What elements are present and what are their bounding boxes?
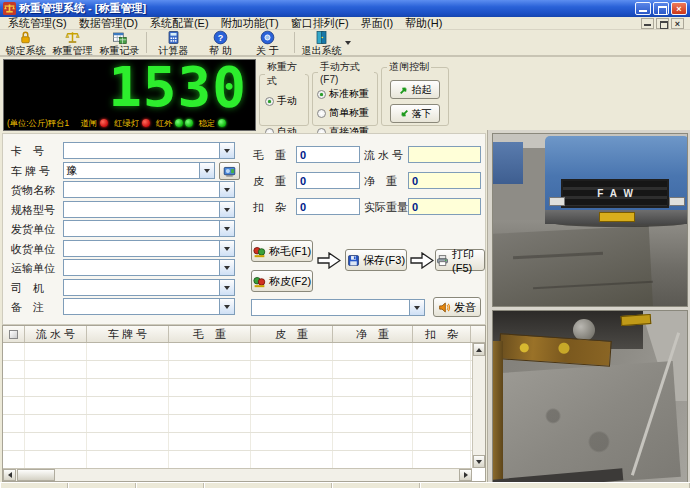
transporter-combobox[interactable]	[63, 259, 235, 276]
menu-item[interactable]: 系统管理(S)	[2, 17, 73, 30]
mdi-close-button[interactable]	[671, 18, 684, 29]
table-cell	[333, 361, 413, 378]
dropdown-arrow-icon[interactable]	[219, 241, 234, 256]
dropdown-arrow-icon[interactable]	[219, 202, 234, 217]
menu-item[interactable]: 附加功能(T)	[215, 17, 285, 30]
menu-item[interactable]: 系统配置(E)	[144, 17, 215, 30]
table-row[interactable]	[3, 433, 472, 451]
voice-button[interactable]: 发音	[433, 297, 481, 317]
dropdown-arrow-icon[interactable]	[219, 280, 234, 295]
toolbar-dropdown-arrow-icon[interactable]	[345, 30, 355, 55]
menu-item[interactable]: 数据管理(D)	[73, 17, 144, 30]
scrollbar-thumb[interactable]	[17, 469, 55, 481]
toolbar-button[interactable]: 关 于	[244, 30, 291, 55]
calculator-icon	[166, 30, 181, 45]
dropdown-arrow-icon[interactable]	[219, 299, 234, 314]
scroll-right-button[interactable]	[459, 469, 472, 481]
toolbar-button-label: 称重管理	[53, 45, 93, 56]
toolbar-button[interactable]: 称重记录	[96, 30, 143, 55]
voice-combobox[interactable]	[251, 299, 425, 316]
plate-capture-button[interactable]	[219, 162, 240, 180]
label-net-weight: 净 重	[364, 174, 397, 189]
plate-capture-icon	[223, 165, 236, 178]
driver-combobox[interactable]	[63, 279, 235, 296]
tare-weight-field[interactable]: 0	[296, 172, 360, 189]
column-header[interactable]: 车 牌 号	[87, 326, 169, 342]
toolbar-button[interactable]: ? 帮 助	[197, 30, 244, 55]
serial-no-field	[408, 146, 481, 163]
table-cell	[413, 433, 471, 450]
receiver-combobox[interactable]	[63, 240, 235, 257]
table-cell	[169, 343, 251, 360]
weigh-tare-button[interactable]: 称皮(F2)	[251, 270, 313, 292]
dropdown-arrow-icon[interactable]	[219, 143, 234, 158]
scroll-down-button[interactable]	[473, 455, 485, 468]
menu-item[interactable]: 窗口排列(F)	[285, 17, 355, 30]
toolbar-button[interactable]: 称重管理	[49, 30, 96, 55]
radio-option[interactable]: 简单称重	[317, 106, 374, 120]
horizontal-scrollbar[interactable]	[3, 468, 472, 481]
spec-model-combobox[interactable]	[63, 201, 235, 218]
table-cell	[333, 379, 413, 396]
radio-option[interactable]: 标准称重	[317, 87, 374, 101]
column-header[interactable]: 扣 杂	[413, 326, 471, 342]
column-header[interactable]: 毛 重	[169, 326, 251, 342]
toolbar: 锁定系统 称重管理 称重记录 计算器 ? 帮 助 关 于 退出系统	[0, 30, 690, 57]
table-row[interactable]	[3, 379, 472, 397]
weigh-gross-button[interactable]: 称毛(F1)	[251, 240, 313, 262]
table-cell	[25, 361, 87, 378]
table-cell	[169, 451, 251, 468]
vertical-scrollbar[interactable]	[472, 343, 485, 468]
column-header[interactable]: 净 重	[333, 326, 413, 342]
table-row[interactable]	[3, 397, 472, 415]
truck-cab: FAW	[545, 136, 688, 224]
row-selector-header[interactable]	[3, 326, 25, 342]
toolbar-button[interactable]: 锁定系统	[2, 30, 49, 55]
restore-button[interactable]	[653, 2, 669, 15]
table-cell	[87, 379, 169, 396]
scroll-up-button[interactable]	[473, 343, 485, 356]
print-button[interactable]: 打印(F5)	[435, 249, 485, 271]
toolbar-button[interactable]: 计算器	[150, 30, 197, 55]
toolbar-separator	[146, 32, 147, 53]
field-label-receiver: 收货单位	[11, 242, 63, 257]
radio-option[interactable]: 手动	[265, 94, 305, 108]
radio-label: 手动	[277, 94, 297, 108]
shipper-combobox[interactable]	[63, 220, 235, 237]
dropdown-arrow-icon[interactable]	[199, 163, 214, 178]
goods-name-combobox[interactable]	[63, 181, 235, 198]
gross-weight-field[interactable]: 0	[296, 146, 360, 163]
toolbar-button-label: 关 于	[256, 45, 279, 56]
dropdown-arrow-icon[interactable]	[219, 182, 234, 197]
toolbar-button-label: 锁定系统	[6, 45, 46, 56]
dropdown-arrow-icon[interactable]	[409, 300, 424, 315]
combo-value	[64, 143, 219, 158]
dropdown-arrow-icon[interactable]	[219, 221, 234, 236]
license-plate	[599, 212, 635, 222]
status-indicator: 红绿灯	[113, 117, 150, 130]
dropdown-arrow-icon[interactable]	[219, 260, 234, 275]
card-no-combobox[interactable]	[63, 142, 235, 159]
menu-item[interactable]: 界面(I)	[355, 17, 399, 30]
remarks-combobox[interactable]	[63, 298, 235, 315]
mdi-minimize-button[interactable]	[641, 18, 654, 29]
combo-value	[64, 202, 219, 217]
table-row[interactable]	[3, 343, 472, 361]
minimize-button[interactable]	[635, 2, 651, 15]
column-header[interactable]: 流 水 号	[25, 326, 87, 342]
toolbar-button[interactable]: 退出系统	[298, 30, 345, 55]
save-button[interactable]: 保存(F3)	[345, 249, 407, 271]
deduction-field[interactable]: 0	[296, 198, 360, 215]
close-button[interactable]	[671, 2, 687, 15]
plate-no-combobox[interactable]: 豫	[63, 162, 215, 179]
field-label-remarks: 备 注	[11, 300, 63, 315]
scroll-left-button[interactable]	[3, 469, 16, 481]
mdi-restore-button[interactable]	[656, 18, 669, 29]
menu-item[interactable]: 帮助(H)	[399, 17, 448, 30]
gate-lower-button[interactable]: 落下	[390, 104, 440, 123]
table-row[interactable]	[3, 451, 472, 468]
table-row[interactable]	[3, 415, 472, 433]
table-row[interactable]	[3, 361, 472, 379]
gate-raise-button[interactable]: 抬起	[390, 80, 440, 99]
column-header[interactable]: 皮 重	[251, 326, 333, 342]
